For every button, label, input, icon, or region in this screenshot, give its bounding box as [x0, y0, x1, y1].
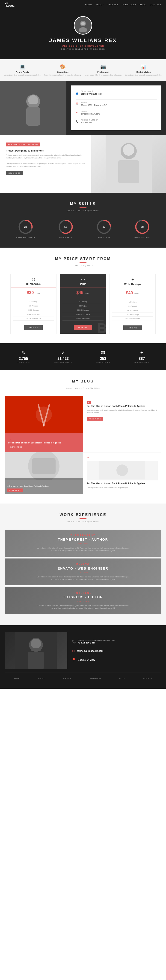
blog-bottom-right-icon: ✦	[87, 456, 158, 460]
nav-portfolio[interactable]: PORTFOLIO	[122, 3, 136, 6]
work-item-3-content: TUTSPLUS TUTSPLUS - EDITOR 2014 - Presen…	[37, 592, 129, 609]
footer-link-blog[interactable]: BLOG	[119, 678, 125, 679]
analytics-icon: 📊	[123, 64, 164, 70]
pricing-subtitle: Here is My Rate	[5, 265, 161, 267]
work-subtitle: Web & Mobile Application	[5, 520, 161, 523]
forwhom-readmore-button[interactable]: READ MORE	[6, 171, 23, 175]
html-card-icon: { }	[13, 277, 54, 282]
svg-point-2	[81, 22, 85, 25]
blog-bottom-right-post: ✦ For The Man of Honor, Back-Room Politi…	[83, 452, 161, 494]
footer-email-value: Your email@google.com	[77, 650, 103, 652]
webdesign-feature-4: Unlimited Usage	[112, 312, 153, 317]
work-desc-1: Lorem ipsum dolor sit amet, consectetur …	[37, 547, 129, 552]
pricing-divider	[79, 262, 87, 263]
lines-icon: ✎	[17, 350, 30, 355]
work-desc-3: Lorem ipsum dolor sit amet, consectetur …	[37, 604, 129, 609]
footer-top: 📞 Webinar times are Shown in US Central …	[5, 632, 161, 669]
skill-wordpress-name: WORDPRESS	[58, 237, 74, 239]
pricing-card-php: { } PHP $45 / hour 1 Hosting 20 Project …	[60, 274, 106, 334]
footer-phone-label: Webinar times are Shown in US Central Ti…	[78, 640, 115, 641]
html-card-features: 1 Hosting 10 Project 50GB Storage Unlimi…	[11, 298, 56, 323]
php-feature-3: 50GB Storage	[62, 308, 104, 312]
webdesign-hire-button[interactable]: HIRE ME	[123, 325, 142, 330]
blog-side-text: Lorem ipsum dolor sit amet, consectetur …	[87, 409, 158, 414]
projects-icon: ✔	[54, 350, 72, 355]
blog-featured-readmore[interactable]: READ MORE	[8, 445, 24, 449]
blog-side-readmore[interactable]: READ MORE	[87, 417, 103, 421]
forwhom-text2: Lorem ipsum dolor sit amet, consectetur …	[6, 162, 85, 168]
html-hire-button[interactable]: HIRE ME	[24, 325, 43, 330]
footer-person-image	[5, 632, 67, 669]
nav-about[interactable]: ABOUT	[96, 3, 104, 6]
email-icon: ✉	[76, 111, 79, 114]
blog-bottom-grid: P In The Man of Hour, Back-Room Politics…	[5, 452, 161, 494]
work-company-3: TUTSPLUS	[37, 592, 129, 594]
avatar	[74, 16, 92, 35]
footer-contact: 📞 Webinar times are Shown in US Central …	[67, 632, 161, 669]
php-card-icon: { }	[62, 277, 104, 282]
stat-projects-label: Successful Project	[54, 361, 72, 363]
blog-bottom-readmore[interactable]: READ MORE	[7, 488, 23, 492]
skill-design-percent: 88	[141, 226, 144, 228]
born-icon: 📅	[76, 103, 79, 105]
stat-tickets-label: Support Ticket	[96, 361, 110, 363]
footer-link-profile[interactable]: PROFILE	[63, 678, 71, 679]
html-feature-1: 1 Hosting	[13, 300, 54, 304]
forwhom-section: FOR WHOM I AM THE BEST! Project Designin…	[0, 135, 166, 192]
feature-photo-desc: Lorem ipsum dolor sit amet, consectetur …	[83, 74, 123, 76]
skill-design-name: DESIGNING ART	[134, 237, 150, 239]
php-hire-button[interactable]: HIRE ME	[74, 325, 92, 330]
nav-blog[interactable]: BLOG	[139, 3, 146, 6]
sites-icon: ✦	[134, 350, 149, 355]
footer-link-portfolio[interactable]: PORTFOLIO	[90, 678, 101, 679]
about-email-field: ✉ EMAIL james@domain.com	[76, 110, 157, 115]
work-role-1: THEMEFOREST - AUTHOR	[37, 538, 129, 541]
stat-sites-label: Designing Sites	[134, 361, 149, 363]
footer-email-icon: ✉	[72, 649, 75, 653]
born-label: BORN	[81, 102, 107, 103]
footer-location-icon: 📍	[72, 658, 76, 662]
work-item-themeforest: THEMEFOREST THEMEFOREST - AUTHOR 2010 - …	[5, 530, 161, 557]
feature-retina-desc: Lorem ipsum dolor sit amet, consectetur …	[2, 74, 43, 76]
html-card-type: HTML/CSS	[13, 283, 54, 285]
work-role-3: TUTSPLUS - EDITOR	[37, 595, 129, 599]
hero-name: JAMES WILLIANS REX	[5, 37, 161, 43]
svg-rect-26	[32, 458, 55, 474]
footer-link-home[interactable]: HOME	[14, 678, 20, 679]
footer-phone-value: +1-524-2961-488	[78, 641, 115, 644]
blog-title: MY BLOG	[5, 379, 161, 383]
webdesign-card-type: Web Design	[112, 283, 153, 285]
skill-photoshop-circle: 28	[17, 219, 34, 235]
skill-wordpress: 58 WORDPRESS	[58, 219, 74, 239]
work-company-1: THEMEFOREST	[37, 534, 129, 537]
email-label: EMAIL	[81, 110, 100, 112]
skill-photoshop: 28 ADOBE PHOTOSHOP	[16, 219, 35, 239]
feature-retina-title: Retina Ready	[2, 71, 43, 73]
nav-profile[interactable]: PROFILE	[108, 3, 118, 6]
skill-html: 23 HTML5 / CSS	[96, 219, 112, 239]
work-period-1: 2010 - 2012	[37, 543, 129, 545]
footer-bottom: HOME ABOUT PROFILE PORTFOLIO BLOG CONTAC…	[5, 673, 161, 682]
nav-contact[interactable]: CONTACT	[150, 3, 161, 6]
blog-featured-post: ✦ For The Man of Honor, Back-Room Politi…	[5, 396, 83, 452]
skill-photoshop-percent: 28	[24, 226, 27, 228]
svg-rect-31	[28, 652, 44, 669]
blog-bottom-tag: P	[7, 482, 8, 484]
work-period-2: 2012 - 2014	[37, 572, 129, 574]
blog-featured-tag: ✦	[8, 438, 12, 441]
fullname-label: FULL NAME	[81, 90, 102, 92]
skills-section: MY SKILLS Web & Mobile Application 28 AD…	[0, 192, 166, 248]
blog-section: MY BLOG Latest Views From My Blog ✦ For …	[0, 370, 166, 504]
footer-link-contact[interactable]: CONTACT	[143, 678, 152, 679]
nav-home[interactable]: HOME	[85, 3, 92, 6]
about-section: 👤 FULL NAME James Willians Rex 📅 BORN 30…	[0, 81, 166, 135]
webdesign-card-features: 1 Hosting 20 Project 50GB Storage Unlimi…	[110, 298, 155, 323]
phone-icon: 📞	[76, 120, 79, 123]
hero-section: JAMES WILLIANS REX WEB DESIGNER & DEVELO…	[0, 9, 166, 59]
blog-bottom-right-text: Lorem ipsum dolor sit amet, consectetur …	[87, 486, 158, 489]
blog-side-post: ✦ For The Man of Honor, Back-Room Politi…	[83, 396, 161, 452]
svg-point-32	[31, 639, 41, 649]
footer-link-about[interactable]: ABOUT	[38, 678, 45, 679]
php-feature-2: 20 Project	[62, 304, 104, 308]
blog-bottom-left-title: In The Man of Hour, Back-Room Politics I…	[7, 485, 81, 487]
